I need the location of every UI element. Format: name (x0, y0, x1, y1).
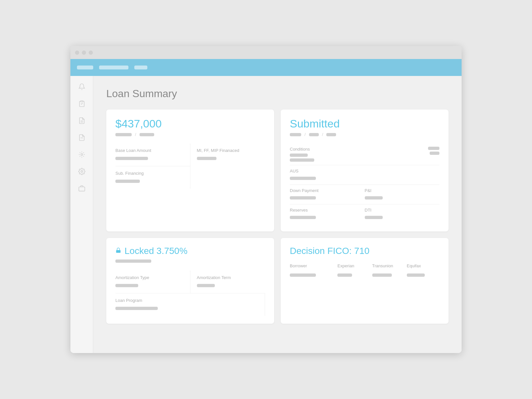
sub-financing-field: Sub. Financing (115, 166, 190, 189)
rate-header: Locked 3.750% (115, 246, 265, 256)
down-payment-field: Down Payment (290, 188, 365, 201)
submitted-title: Submitted (290, 117, 439, 130)
sub-financing-label: Sub. Financing (115, 171, 190, 176)
fico-header-row: Borrower Experian Transunion Equifax (290, 261, 439, 270)
conditions-pills (290, 154, 428, 162)
svg-point-4 (81, 154, 83, 155)
fico-borrower-value (290, 272, 335, 278)
mi-ff-label: MI, FF, MIP Finanaced (197, 148, 265, 153)
amortization-type-field: Amortization Type (115, 271, 190, 293)
cards-grid: $437,000 / Base Loan Amount (106, 110, 449, 324)
briefcase-icon[interactable] (78, 184, 86, 193)
loan-amount-subtitle: / (115, 132, 265, 137)
loan-program-field: Loan Program (115, 293, 265, 316)
mi-ff-value (197, 155, 265, 161)
reserves-label: Reserves (290, 208, 365, 213)
base-loan-amount-label: Base Loan Amount (115, 148, 190, 153)
fico-col-borrower: Borrower (290, 263, 335, 268)
aus-row: AUS (290, 165, 439, 185)
fico-col-equifax: Equifax (407, 263, 439, 268)
mi-ff-field: MI, FF, MIP Finanaced (190, 143, 265, 166)
subtitle-pill-2 (140, 133, 154, 136)
loan-amount-card: $437,000 / Base Loan Amount (106, 110, 274, 231)
conditions-label: Conditions (290, 147, 428, 152)
gear-icon[interactable] (78, 167, 86, 176)
rate-title: Locked 3.750% (125, 246, 187, 256)
fico-col-transunion: Transunion (372, 263, 405, 268)
svg-rect-6 (79, 187, 84, 191)
loan-amount-fields: Base Loan Amount MI, FF, MIP Finanaced (115, 143, 265, 189)
close-button[interactable] (75, 51, 79, 55)
down-payment-label: Down Payment (290, 188, 365, 193)
aus-field: AUS (290, 169, 365, 181)
svg-rect-8 (116, 250, 121, 253)
pi-field: P&I (365, 188, 440, 201)
nav-bar (70, 59, 462, 76)
app-body: Loan Summary $437,000 / Base Loan Amount (70, 76, 462, 353)
fico-experian-value (337, 272, 370, 278)
dti-field: DTI (365, 208, 440, 220)
fico-data-row (290, 270, 439, 280)
bell-icon[interactable] (78, 82, 86, 91)
maximize-button[interactable] (89, 51, 93, 55)
fico-equifax-value (407, 272, 439, 278)
fico-card: Decision FICO: 710 Borrower Experian Tra… (281, 238, 449, 324)
loan-program-label: Loan Program (115, 298, 265, 303)
submitted-subtitle: / / (290, 132, 439, 137)
submitted-fields: Conditions (290, 143, 439, 224)
document2-icon[interactable] (78, 133, 86, 142)
aus-label: AUS (290, 169, 365, 173)
reserves-dti-row: Reserves DTI (290, 204, 439, 224)
sub-financing-value (115, 178, 190, 184)
conditions-field: Conditions (290, 147, 428, 162)
subtitle-pill-1 (115, 133, 132, 136)
minimize-button[interactable] (82, 51, 86, 55)
conditions-side (428, 147, 439, 162)
nav-item-3[interactable] (134, 66, 147, 69)
page-title: Loan Summary (106, 88, 449, 100)
fico-transunion-value (372, 272, 405, 278)
clipboard-icon[interactable] (78, 99, 86, 108)
svg-rect-0 (81, 101, 83, 102)
base-loan-amount-value (115, 155, 190, 161)
nav-item-2[interactable] (99, 66, 128, 69)
main-content: Loan Summary $437,000 / Base Loan Amount (93, 76, 462, 353)
rate-card: Locked 3.750% Amortization Type Amortiza… (106, 238, 274, 324)
rate-subtitle (115, 258, 265, 264)
submitted-card: Submitted / / Conditions (281, 110, 449, 231)
down-payment-pi-row: Down Payment P&I (290, 185, 439, 204)
reserves-field: Reserves (290, 208, 365, 220)
document-icon[interactable] (78, 116, 86, 125)
app-window: Loan Summary $437,000 / Base Loan Amount (70, 46, 462, 353)
amortization-type-label: Amortization Type (115, 275, 190, 280)
lock-icon (115, 247, 121, 255)
fico-col-experian: Experian (337, 263, 370, 268)
nav-item-1[interactable] (77, 66, 93, 69)
amortization-term-field: Amortization Term (190, 271, 265, 293)
svg-point-5 (81, 170, 83, 172)
loan-amount-value: $437,000 (115, 117, 265, 130)
dti-label: DTI (365, 208, 440, 213)
rate-fields: Amortization Type Amortization Term Loan… (115, 271, 265, 316)
fico-title: Decision FICO: 710 (290, 246, 439, 256)
sidebar (70, 76, 93, 353)
pi-label: P&I (365, 188, 440, 193)
amortization-term-label: Amortization Term (197, 275, 265, 280)
base-loan-amount-field: Base Loan Amount (115, 143, 190, 166)
network-icon[interactable] (78, 150, 86, 159)
conditions-row: Conditions (290, 143, 439, 165)
fico-table: Borrower Experian Transunion Equifax (290, 261, 439, 280)
title-bar (70, 46, 462, 59)
